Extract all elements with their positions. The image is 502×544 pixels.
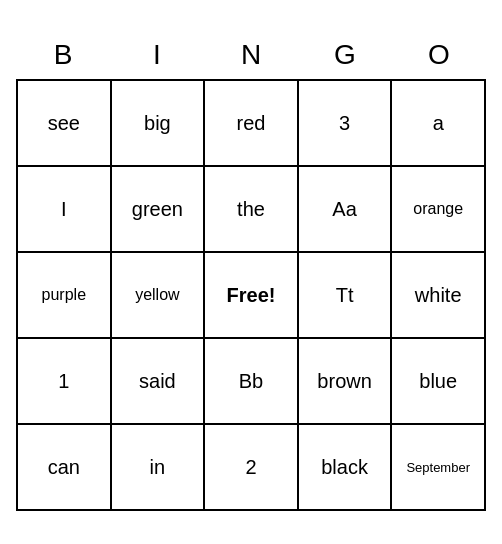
cell-r4-c1: in [112,425,206,511]
cell-r4-c3: black [299,425,393,511]
header-letter: O [392,33,486,77]
cell-r1-c4: orange [392,167,486,253]
cell-r2-c1: yellow [112,253,206,339]
cell-r1-c0: I [18,167,112,253]
bingo-card: BINGO seebigred3aIgreentheAaorangepurple… [16,33,486,511]
cell-r2-c2: Free! [205,253,299,339]
bingo-grid: seebigred3aIgreentheAaorangepurpleyellow… [16,79,486,511]
header-letter: G [298,33,392,77]
cell-r1-c1: green [112,167,206,253]
cell-r0-c0: see [18,81,112,167]
cell-r0-c3: 3 [299,81,393,167]
cell-r2-c0: purple [18,253,112,339]
cell-r1-c3: Aa [299,167,393,253]
cell-r0-c1: big [112,81,206,167]
header-letter: I [110,33,204,77]
cell-r3-c4: blue [392,339,486,425]
cell-r3-c2: Bb [205,339,299,425]
header-letter: N [204,33,298,77]
cell-r0-c4: a [392,81,486,167]
cell-r3-c0: 1 [18,339,112,425]
cell-r1-c2: the [205,167,299,253]
cell-r0-c2: red [205,81,299,167]
cell-r2-c4: white [392,253,486,339]
cell-r4-c0: can [18,425,112,511]
cell-r2-c3: Tt [299,253,393,339]
bingo-header: BINGO [16,33,486,77]
cell-r3-c1: said [112,339,206,425]
cell-r4-c4: September [392,425,486,511]
header-letter: B [16,33,110,77]
cell-r4-c2: 2 [205,425,299,511]
cell-r3-c3: brown [299,339,393,425]
